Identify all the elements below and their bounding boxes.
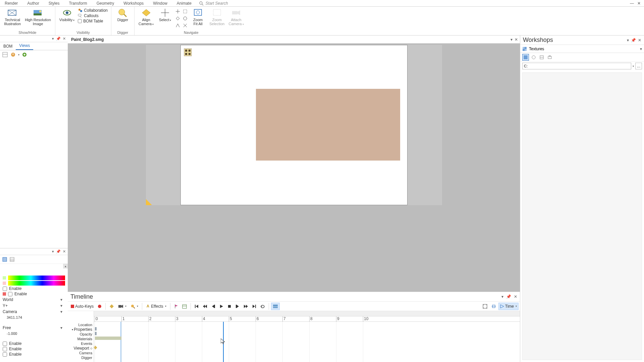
window-minimize-icon[interactable]: —	[630, 1, 634, 6]
browse-button[interactable]: …	[635, 63, 642, 69]
hue-slider-1[interactable]	[8, 276, 65, 280]
align-camera-button[interactable]: Align Camera	[137, 7, 156, 27]
digger-key-button[interactable]	[129, 303, 140, 310]
track-opacity[interactable]: Opacity	[68, 332, 94, 337]
fit-timeline-button[interactable]	[481, 303, 489, 310]
track-events[interactable]: Events	[68, 341, 94, 346]
menu-transform[interactable]: Transform	[64, 1, 92, 6]
ws-tool-4[interactable]	[546, 54, 553, 61]
ws-tool-2[interactable]	[530, 54, 537, 61]
collaboration-checkbox[interactable]: Collaboration	[78, 8, 108, 13]
textures-list[interactable]	[522, 72, 642, 360]
nav-tiny-1[interactable]	[174, 8, 181, 14]
step-forward-button[interactable]	[234, 303, 241, 310]
stop-button[interactable]	[226, 303, 233, 310]
digger-button[interactable]: Digger	[113, 7, 132, 22]
loop-button[interactable]	[259, 303, 267, 310]
enable-check-3[interactable]: Enable	[1, 341, 66, 346]
track-properties[interactable]: ▾Properties	[68, 327, 94, 332]
track-location[interactable]: Location	[68, 322, 94, 327]
menu-workshops[interactable]: Workshops	[119, 1, 148, 6]
panel-close-icon[interactable]: ✕	[63, 37, 66, 41]
show-tracks-button[interactable]	[271, 303, 280, 310]
tree-view[interactable]	[0, 59, 68, 248]
technical-illustration-button[interactable]: Technical Illustration	[2, 7, 23, 26]
props-pin-icon[interactable]: 📌	[56, 249, 61, 254]
play-button[interactable]	[218, 303, 225, 310]
nav-tiny-6[interactable]	[182, 22, 189, 28]
workshops-dropdown-icon[interactable]: ▾	[627, 38, 629, 43]
texture-path-input[interactable]	[522, 63, 631, 69]
calendar-button[interactable]	[180, 303, 189, 310]
timeline-pin-icon[interactable]: 📌	[506, 294, 511, 299]
axis-dropdown[interactable]: Y+▾	[1, 303, 66, 309]
timeline-dropdown-icon[interactable]: ▾	[501, 294, 503, 299]
tab-bom[interactable]: BOM	[0, 43, 16, 50]
track-digger[interactable]: Digger	[68, 355, 94, 360]
ws-tool-1[interactable]	[522, 54, 529, 61]
timeline-close-icon[interactable]: ✕	[514, 294, 517, 299]
select-button[interactable]: Select	[156, 7, 174, 23]
nav-tiny-4[interactable]	[182, 15, 189, 21]
panel-pin-icon[interactable]: 📌	[56, 37, 61, 41]
props-tool-1[interactable]	[2, 257, 7, 262]
workshops-close-icon[interactable]: ✕	[638, 38, 641, 43]
tab-textures[interactable]: Textures	[529, 47, 544, 51]
document-canvas[interactable]	[180, 45, 408, 205]
enable-check-1[interactable]: Enable	[1, 286, 66, 291]
high-resolution-button[interactable]: High Resolution Image	[23, 7, 53, 26]
track-camera[interactable]: Camera	[68, 351, 94, 355]
enable-check-5[interactable]: Enable	[1, 352, 66, 357]
camera-key-button[interactable]	[116, 303, 128, 310]
enable-check-2[interactable]: Enable	[1, 291, 66, 297]
window-close-icon[interactable]: ✕	[637, 1, 641, 6]
track-materials[interactable]: Materials	[68, 337, 94, 341]
event-marker-button[interactable]	[172, 303, 180, 310]
workshops-tab-dropdown[interactable]: ▾	[640, 47, 644, 51]
world-dropdown[interactable]: World▾	[1, 297, 66, 303]
step-back-button[interactable]	[210, 303, 217, 310]
menu-window[interactable]: Window	[148, 1, 172, 6]
tree-tool-3[interactable]	[21, 52, 28, 58]
viewport[interactable]	[68, 44, 520, 292]
workshops-pin-icon[interactable]: 📌	[631, 38, 636, 43]
rewind-button[interactable]	[201, 303, 209, 310]
free-dropdown[interactable]: Free▾	[1, 325, 66, 331]
scroll-up-icon[interactable]: ▴	[63, 264, 68, 268]
timeline-ruler[interactable]: 012345678910	[94, 316, 520, 322]
menu-render[interactable]: Render	[0, 1, 22, 6]
nav-tiny-2[interactable]	[182, 8, 189, 14]
menu-geometry[interactable]: Geometry	[92, 1, 119, 6]
go-to-end-button[interactable]	[251, 303, 258, 310]
doc-close-icon[interactable]: ✕	[515, 37, 518, 42]
props-close-icon[interactable]: ✕	[63, 249, 66, 254]
hue-slider-2[interactable]	[8, 281, 65, 286]
autokeys-button[interactable]: Auto-Keys	[69, 303, 95, 310]
doc-dropdown-icon[interactable]: ▾	[511, 37, 513, 42]
bom-checkbox[interactable]: BOM Table	[78, 19, 108, 23]
document-tab[interactable]: Paint_Blog2.smg	[68, 36, 107, 43]
keyblock-materials[interactable]	[95, 337, 121, 340]
effects-button[interactable]: Effects	[144, 303, 168, 310]
tree-tool-2[interactable]: +	[10, 52, 16, 58]
props-dropdown-icon[interactable]: ▾	[52, 249, 54, 254]
visibility-button[interactable]: Visibility	[57, 7, 77, 23]
nav-tiny-3[interactable]	[174, 15, 181, 21]
bom-checkbox-input[interactable]	[78, 19, 82, 23]
record-button[interactable]	[96, 303, 103, 310]
tab-views[interactable]: Views	[16, 42, 33, 50]
ws-tool-3[interactable]	[538, 54, 545, 61]
tree-tool-1[interactable]	[2, 52, 8, 58]
timeline-scrub-bar[interactable]	[94, 311, 520, 316]
track-viewport[interactable]: Viewport ◇	[68, 346, 94, 351]
panel-dropdown-icon[interactable]: ▾	[52, 37, 54, 41]
set-location-key-button[interactable]	[108, 303, 116, 310]
enable-check-4[interactable]: Enable	[1, 346, 66, 352]
zoom-fit-all-button[interactable]: Zoom Fit All	[189, 7, 207, 26]
menu-author[interactable]: Author	[22, 1, 44, 6]
search-box[interactable]: Start Search	[199, 1, 228, 6]
zoom-timeline-button[interactable]	[490, 303, 498, 310]
go-to-start-button[interactable]	[193, 303, 200, 310]
menu-styles[interactable]: Styles	[44, 1, 64, 6]
camera-dropdown[interactable]: Camera▾	[1, 309, 66, 315]
